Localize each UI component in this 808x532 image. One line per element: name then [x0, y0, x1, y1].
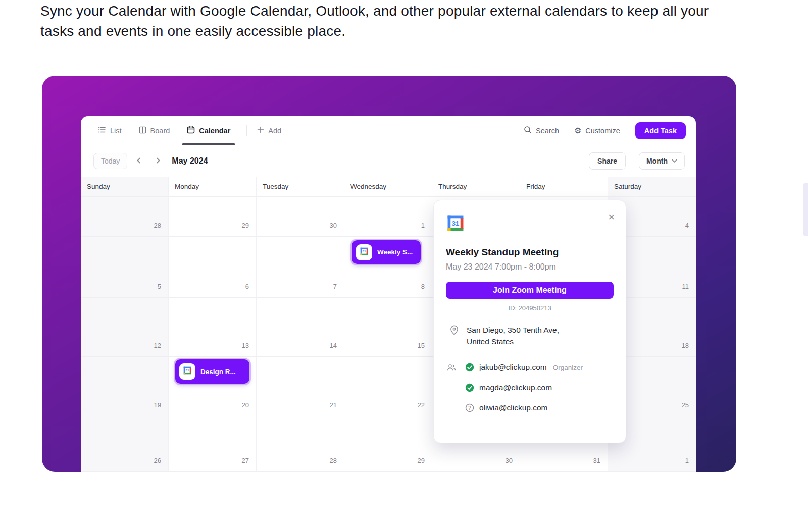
svg-text:31: 31	[186, 368, 189, 372]
day-cell[interactable]: 22	[344, 357, 432, 416]
customize-label: Customize	[585, 127, 620, 135]
tab-list-label: List	[110, 127, 122, 135]
close-icon[interactable]: ×	[608, 211, 615, 223]
add-task-button[interactable]: Add Task	[635, 122, 686, 139]
hero-gradient-panel: List Board Calendar Add	[42, 76, 736, 472]
location-row: San Diego, 350 Tenth Ave, United States	[446, 324, 614, 347]
board-view-icon	[139, 126, 146, 135]
tab-board-label: Board	[150, 127, 170, 135]
chevron-right-icon	[155, 156, 161, 166]
event-source-badge: 31	[179, 363, 195, 380]
tab-calendar[interactable]: Calendar	[185, 116, 232, 145]
day-cell[interactable]: 29	[344, 416, 432, 472]
event-chip-design-review[interactable]: 31 Design R...	[175, 359, 249, 384]
customize-button[interactable]: ⚙ Customize	[574, 116, 620, 145]
calendar-nav-row: Today May 2024 Share Month	[81, 145, 696, 177]
attendee-row: ? oliwia@clickup.com	[446, 398, 614, 418]
day-header-friday: Friday	[520, 177, 608, 196]
event-title: Weekly Standup Meeting	[446, 247, 614, 258]
status-accepted-icon	[465, 363, 474, 372]
view-mode-dropdown[interactable]: Month	[639, 152, 685, 170]
previous-month-button[interactable]	[131, 153, 146, 169]
day-header-wednesday: Wednesday	[344, 177, 432, 196]
event-chip-weekly-standup[interactable]: 31 Weekly S...	[352, 240, 421, 264]
day-header-tuesday: Tuesday	[257, 177, 344, 196]
day-cell[interactable]: 1	[344, 197, 432, 237]
status-accepted-icon	[465, 383, 474, 392]
day-header-row: Sunday Monday Tuesday Wednesday Thursday…	[81, 177, 696, 197]
day-cell[interactable]: 28	[81, 197, 169, 237]
add-view-label: Add	[268, 127, 281, 135]
day-cell[interactable]: 13	[169, 298, 257, 357]
list-view-icon	[98, 126, 106, 135]
page-scrollbar[interactable]	[803, 183, 808, 236]
page-heading: Sync your Calendar with Google Calendar,…	[40, 1, 712, 41]
calendar-view-icon	[187, 126, 195, 135]
attendee-role: Organizer	[553, 364, 583, 371]
plus-icon	[257, 126, 264, 135]
event-chip-label: Design R...	[200, 368, 236, 376]
day-cell[interactable]: 21	[257, 357, 344, 416]
next-month-button[interactable]	[150, 153, 166, 169]
google-calendar-icon: 31	[183, 366, 192, 377]
attendee-list: jakub@clickup.com Organizer magda@clicku…	[446, 357, 614, 418]
attendee-email: jakub@clickup.com	[479, 363, 547, 372]
view-mode-label: Month	[646, 157, 668, 165]
attendee-email: oliwia@clickup.com	[479, 403, 547, 412]
location-line1: San Diego, 350 Tenth Ave,	[467, 324, 559, 336]
svg-text:31: 31	[363, 249, 366, 253]
day-header-saturday: Saturday	[608, 177, 696, 196]
share-button[interactable]: Share	[589, 152, 626, 170]
day-cell[interactable]: 26	[81, 416, 169, 472]
today-button[interactable]: Today	[93, 153, 127, 169]
day-cell[interactable]: 28	[257, 416, 344, 472]
search-button[interactable]: Search	[524, 116, 559, 145]
google-calendar-icon: 31	[446, 226, 465, 234]
attendee-email: magda@clickup.com	[479, 383, 552, 392]
day-cell[interactable]: 30	[257, 197, 344, 237]
location-line2: United States	[467, 336, 559, 347]
day-header-monday: Monday	[169, 177, 257, 196]
meeting-id: ID: 204950213	[446, 304, 614, 312]
gear-icon: ⚙	[574, 127, 581, 135]
tab-board[interactable]: Board	[137, 116, 172, 145]
current-month-title: May 2024	[172, 156, 208, 166]
day-header-sunday: Sunday	[81, 177, 169, 196]
view-toolbar: List Board Calendar Add	[81, 116, 696, 145]
calendar-app-card: List Board Calendar Add	[81, 116, 696, 472]
day-cell[interactable]: 6	[169, 237, 257, 298]
toolbar-spacer	[296, 116, 524, 145]
google-calendar-icon: 31	[360, 247, 369, 258]
status-pending-icon: ?	[465, 403, 474, 412]
tab-list[interactable]: List	[96, 116, 124, 145]
add-view-button[interactable]: Add	[255, 116, 283, 145]
chevron-left-icon	[136, 156, 142, 166]
svg-text:?: ?	[468, 405, 471, 411]
tab-calendar-label: Calendar	[199, 127, 230, 135]
day-cell[interactable]: 5	[81, 237, 169, 298]
day-cell[interactable]: 7	[257, 237, 344, 298]
search-icon	[524, 126, 532, 135]
day-cell[interactable]: 27	[169, 416, 257, 472]
day-cell[interactable]: 15	[344, 298, 432, 357]
day-header-thursday: Thursday	[432, 177, 520, 196]
attendees-icon	[447, 363, 456, 371]
search-label: Search	[536, 127, 559, 135]
day-cell[interactable]: 12	[81, 298, 169, 357]
event-datetime: May 23 2024 7:00pm - 8:00pm	[446, 262, 614, 272]
location-pin-icon	[450, 325, 459, 347]
location-text: San Diego, 350 Tenth Ave, United States	[467, 324, 559, 347]
svg-text:31: 31	[452, 220, 460, 227]
day-cell[interactable]: 19	[81, 357, 169, 416]
event-details-popup: 31 × Weekly Standup Meeting May 23 2024 …	[433, 200, 626, 443]
toolbar-divider	[246, 125, 247, 136]
event-source-badge: 31	[356, 244, 372, 260]
join-zoom-meeting-button[interactable]: Join Zoom Meeting	[446, 282, 614, 299]
day-cell[interactable]: 14	[257, 298, 344, 357]
chevron-down-icon	[672, 157, 677, 165]
day-cell[interactable]: 29	[169, 197, 257, 237]
attendee-row: magda@clickup.com	[446, 378, 614, 398]
event-chip-label: Weekly S...	[377, 248, 413, 256]
month-grid-container: 28 29 30 1 4 5 6 7 8 11 12 13 14 15	[81, 197, 696, 472]
attendee-row: jakub@clickup.com Organizer	[446, 357, 614, 378]
